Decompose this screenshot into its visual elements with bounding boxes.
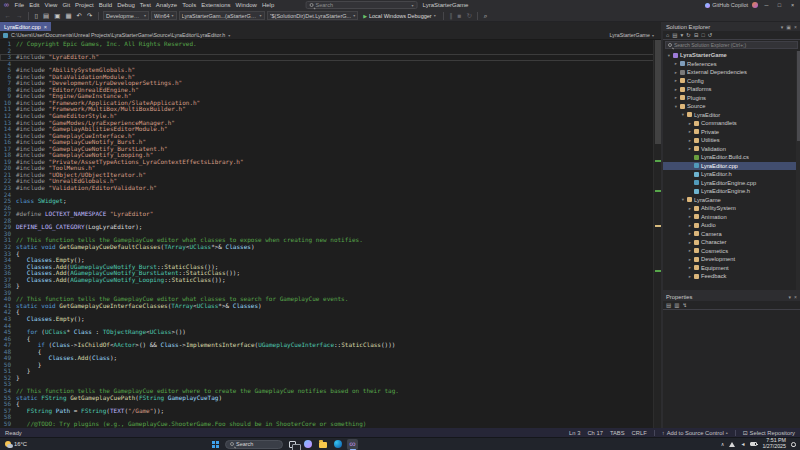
save-icon[interactable]: ▣ xyxy=(53,10,62,21)
visual-studio-taskbar-button[interactable]: ∞ xyxy=(347,439,358,450)
command-line-arguments-dropdown[interactable]: "$(SolutionDir)Det.LyraStarterG... ▾ xyxy=(267,11,359,20)
tree-item-validation[interactable]: ▸Validation xyxy=(663,145,800,154)
restart-icon[interactable]: ↻ xyxy=(465,10,473,21)
chevron-right-icon[interactable]: ▸ xyxy=(687,257,693,262)
menu-view[interactable]: View xyxy=(42,0,60,10)
chevron-right-icon[interactable]: ▸ xyxy=(687,129,693,134)
find-in-files-icon[interactable]: ⌕ xyxy=(482,10,489,21)
tree-item-equipment[interactable]: ▸Equipment xyxy=(663,264,800,273)
tree-item-utilities[interactable]: ▸Utilities xyxy=(663,136,800,145)
menu-extensions[interactable]: Extensions xyxy=(199,0,233,10)
solution-configuration-dropdown[interactable]: Development Editor ▾ xyxy=(103,11,149,20)
menu-project[interactable]: Project xyxy=(73,0,97,10)
chevron-right-icon[interactable]: ▸ xyxy=(687,274,693,279)
copilot-taskbar-button[interactable] xyxy=(302,439,313,450)
properties-header[interactable]: Properties ▾ × xyxy=(663,292,800,301)
tree-item-audio[interactable]: ▸Audio xyxy=(663,221,800,230)
close-panel-icon[interactable]: × xyxy=(794,294,797,300)
tree-item-lyragame[interactable]: ▾LyraGame xyxy=(663,196,800,205)
chevron-right-icon[interactable]: ▸ xyxy=(687,265,693,270)
tree-item-external-dependencies[interactable]: ▸External Dependencies xyxy=(663,68,800,77)
tree-item-camera[interactable]: ▸Camera xyxy=(663,230,800,239)
home-icon[interactable]: ⌂ xyxy=(666,32,669,38)
navigate-back-icon[interactable]: ← xyxy=(3,10,13,21)
tree-item-private[interactable]: ▸Private xyxy=(663,128,800,137)
tree-vertical-scrollbar[interactable] xyxy=(796,51,800,290)
chevron-right-icon[interactable]: ▸ xyxy=(687,231,693,236)
navigate-forward-icon[interactable]: → xyxy=(15,10,25,21)
notifications-icon[interactable] xyxy=(791,442,796,447)
chevron-right-icon[interactable]: ▸ xyxy=(673,61,679,66)
chevron-right-icon[interactable]: ▸ xyxy=(673,70,679,75)
volume-icon[interactable]: ◄ xyxy=(740,441,745,447)
user-avatar[interactable] xyxy=(752,2,758,8)
chevron-right-icon[interactable]: ▸ xyxy=(687,248,693,253)
tree-item-cosmetics[interactable]: ▸Cosmetics xyxy=(663,247,800,256)
minimize-button[interactable]: ─ xyxy=(762,0,771,10)
file-path-dropdown[interactable]: C:\Users\User\Documents\Unreal Projects\… xyxy=(11,32,225,38)
chevron-down-icon[interactable]: ▾ xyxy=(666,53,672,58)
chevron-down-icon[interactable]: ▾ xyxy=(673,104,679,109)
add-to-source-control-button[interactable]: ↑ Add to Source Control ▴ xyxy=(662,430,728,436)
tree-item-animation[interactable]: ▸Animation xyxy=(663,213,800,222)
pin-icon[interactable]: ▣ xyxy=(786,24,791,30)
menu-git[interactable]: Git xyxy=(60,0,73,10)
code-line-59[interactable]: 59 //@TODO: Try plugins (e.g., GameplayC… xyxy=(0,421,661,428)
tree-item-source[interactable]: ▾Source xyxy=(663,102,800,111)
tree-item-lyraeditor[interactable]: ▾LyraEditor xyxy=(663,111,800,120)
stop-icon[interactable]: ■ xyxy=(456,10,463,21)
tree-item-abilitysystem[interactable]: ▸AbilitySystem xyxy=(663,204,800,213)
taskbar-search-box[interactable]: Search xyxy=(225,440,283,449)
sync-with-active-document-icon[interactable]: ↺ xyxy=(708,32,713,38)
menu-edit[interactable]: Edit xyxy=(27,0,42,10)
tree-item-platforms[interactable]: ▸Platforms xyxy=(663,85,800,94)
code-editor[interactable]: 1// Copyright Epic Games, Inc. All Right… xyxy=(0,40,661,428)
network-icon[interactable] xyxy=(729,442,735,447)
startup-project-dropdown[interactable]: LyraStarterGam...(aStarterGame) ▾ xyxy=(179,11,265,20)
clock[interactable]: 7:51 PM 1/27/2025 xyxy=(762,438,786,450)
tree-item-development[interactable]: ▸Development xyxy=(663,255,800,264)
search-box[interactable]: Search ▾ xyxy=(306,1,418,9)
chevron-right-icon[interactable]: ▸ xyxy=(687,223,693,228)
filter-icon[interactable]: ▾ xyxy=(681,32,684,38)
tree-item-references[interactable]: ▸References xyxy=(663,60,800,69)
tab-lyraeditor-cpp[interactable]: LyraEditor.cpp × xyxy=(0,22,51,31)
refresh-icon[interactable]: ↻ xyxy=(686,32,691,38)
chevron-right-icon[interactable]: ▸ xyxy=(687,138,693,143)
menu-build[interactable]: Build xyxy=(96,0,114,10)
maximize-button[interactable]: □ xyxy=(775,0,784,10)
tree-item-lyraeditorengine-cpp[interactable]: LyraEditorEngine.cpp xyxy=(663,179,800,188)
battery-icon[interactable] xyxy=(750,442,757,446)
panel-options-icon[interactable]: ▾ xyxy=(789,294,792,300)
close-panel-icon[interactable]: × xyxy=(794,24,797,30)
local-windows-debugger-button[interactable]: ▶ Local Windows Debugger ▾ xyxy=(360,13,439,19)
file-explorer-button[interactable] xyxy=(317,439,328,450)
tree-item-lyraeditorengine-h[interactable]: LyraEditorEngine.h xyxy=(663,187,800,196)
solution-explorer-header[interactable]: Solution Explorer ▾ ▣ × xyxy=(663,22,800,31)
close-tab-icon[interactable]: × xyxy=(44,24,47,30)
solution-explorer-search-input[interactable]: Search Solution Explorer (Ctrl+;) xyxy=(665,41,798,49)
show-all-files-icon[interactable]: □ xyxy=(702,32,705,38)
copilot-button[interactable]: GitHub Copilot xyxy=(705,2,748,8)
menu-debug[interactable]: Debug xyxy=(115,0,138,10)
select-repository-button[interactable]: ⊡ Select Repository xyxy=(743,430,795,436)
chevron-right-icon[interactable]: ▸ xyxy=(687,240,693,245)
weather-widget[interactable]: 16°C xyxy=(0,441,32,447)
tree-item-config[interactable]: ▸Config xyxy=(663,77,800,86)
tree-item-character[interactable]: ▸Character xyxy=(663,238,800,247)
chevron-right-icon[interactable]: ▸ xyxy=(687,146,693,151)
tree-item-lyraeditor-h[interactable]: LyraEditor.h xyxy=(663,170,800,179)
eol-indicator[interactable]: CRLF xyxy=(632,430,647,436)
tree-item-lyrastartergame[interactable]: ▾LyraStarterGame xyxy=(663,51,800,60)
events-icon[interactable]: ↯ xyxy=(682,302,687,308)
edge-browser-button[interactable] xyxy=(332,439,343,450)
menu-tools[interactable]: Tools xyxy=(180,0,199,10)
switch-views-icon[interactable]: ▤ xyxy=(672,32,677,38)
panel-options-icon[interactable]: ▾ xyxy=(781,24,784,30)
chevron-right-icon[interactable]: ▸ xyxy=(687,121,693,126)
scrollbar-thumb[interactable] xyxy=(797,51,800,141)
start-button[interactable] xyxy=(210,439,221,450)
collapse-all-icon[interactable]: ⊟ xyxy=(694,32,699,38)
menu-window[interactable]: Window xyxy=(233,0,259,10)
indent-indicator[interactable]: TABS xyxy=(610,430,625,436)
